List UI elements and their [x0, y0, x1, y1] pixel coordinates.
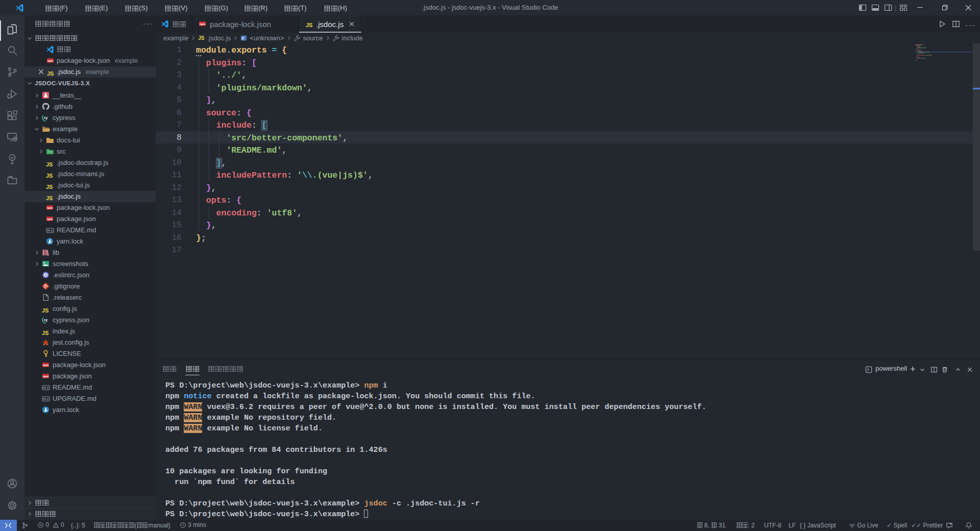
svg-text:npm: npm — [47, 218, 53, 221]
svg-text:npm: npm — [43, 364, 48, 367]
svg-text:npm: npm — [47, 59, 53, 62]
svg-text:cy: cy — [44, 116, 48, 120]
svg-text:npm: npm — [200, 22, 205, 26]
svg-text:cy: cy — [44, 318, 48, 322]
svg-text:npm: npm — [43, 375, 48, 378]
svg-text:npm: npm — [47, 206, 53, 209]
svg-text:@: @ — [242, 36, 244, 40]
